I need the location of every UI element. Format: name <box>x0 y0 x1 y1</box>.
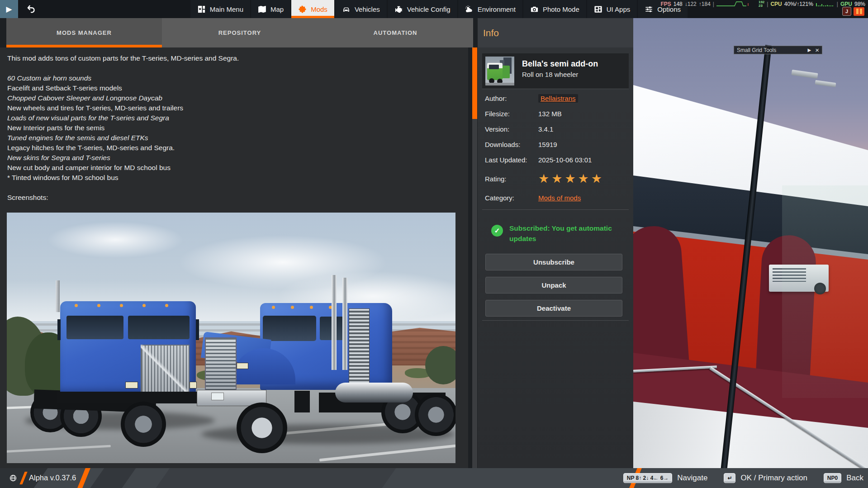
nav-label: Environment <box>478 5 516 13</box>
roof-light <box>272 306 275 309</box>
navigate-hint-label: Navigate <box>677 474 707 483</box>
description-intro: This mod adds tons of custom parts for t… <box>7 53 239 63</box>
tab-label: REPOSITORY <box>218 29 261 36</box>
play-button[interactable]: ▶ <box>0 0 18 18</box>
nav-item-vehicles[interactable]: Vehicles <box>335 0 387 18</box>
detail-row-last-updated: Last Updated: 2025-10-06 03:01 <box>485 155 628 164</box>
nav-label: Photo Mode <box>543 5 579 13</box>
engine-icon <box>394 5 403 14</box>
nav-label: Mods <box>311 5 327 13</box>
detail-value: 132 MB <box>538 110 562 118</box>
detail-value: 2025-10-06 03:01 <box>538 156 592 164</box>
detail-row-downloads: Downloads: 15919 <box>485 140 628 149</box>
window-close-button[interactable]: × <box>815 46 819 54</box>
cpu-value: 40%/↑121% <box>784 1 813 7</box>
windshield-glass-tint <box>782 185 868 398</box>
footer-shadow-streak <box>90 468 136 488</box>
feature-line: Facelift and Setback T-series models <box>7 83 239 93</box>
play-icon: ▶ <box>6 5 12 14</box>
camera-icon <box>530 5 539 14</box>
thumb-windshield <box>489 65 499 69</box>
fps-graph-range: 19223 <box>759 0 764 8</box>
back-hint-label: Back <box>846 474 863 483</box>
mod-subtitle: Roll on 18 wheeler <box>522 71 598 78</box>
deactivate-button[interactable]: Deactivate <box>485 300 622 317</box>
sliders-icon <box>645 5 653 14</box>
game-3d-viewport[interactable]: Small Grid Tools ▶ × <box>633 18 868 468</box>
unsubscribe-button[interactable]: Unsubscribe <box>485 254 622 270</box>
mods-scrollbar-track[interactable] <box>472 47 477 468</box>
cpu-bars <box>816 1 835 7</box>
joystick-key-button[interactable]: J <box>842 7 851 16</box>
grille-stripe <box>141 345 188 392</box>
cpu-label: CPU <box>770 1 782 7</box>
nav-item-photo-mode[interactable]: Photo Mode <box>523 0 586 18</box>
category-link[interactable]: Mods of mods <box>538 194 581 202</box>
bottom-status-bar: Alpha v.0.37.6 NP 8↑ 2↓ 4← 6→ Navigate ↵… <box>0 468 868 488</box>
gpu-label: GPU <box>840 1 852 7</box>
tab-label: MODS MANAGER <box>57 29 112 36</box>
tab-repository[interactable]: REPOSITORY <box>162 18 318 47</box>
mod-action-buttons: Unsubscribe Unpack Deactivate <box>485 254 622 317</box>
undo-button[interactable] <box>19 0 43 18</box>
feature-line: Chopped Cabover Sleeper and Longnose Day… <box>7 93 239 103</box>
nav-item-mods[interactable]: Mods <box>291 0 334 18</box>
roof-light <box>75 304 78 307</box>
feature-line: * Tinted windows for MD school bus <box>7 173 239 183</box>
feature-line: New wheels and tires for T-series, MD-se… <box>7 103 239 113</box>
car-icon <box>342 5 351 14</box>
unpack-button[interactable]: Unpack <box>485 277 622 294</box>
screenshots-label: Screenshots: <box>7 193 239 203</box>
wheel <box>121 402 166 447</box>
mod-name: Bella's semi add-on <box>522 59 598 69</box>
performance-stats: FPS 148 ↓122 ↑184 | 19223 | CPU 40%/↑121… <box>660 0 865 8</box>
windshield <box>128 316 190 339</box>
window-play-button[interactable]: ▶ <box>808 47 811 52</box>
exhaust-stack <box>342 278 347 370</box>
mods-tab-bar: MODS MANAGER REPOSITORY AUTOMATION <box>6 18 473 47</box>
license-plate <box>211 393 224 400</box>
detail-label: Downloads: <box>485 141 538 148</box>
author-link[interactable]: Bellaistrans <box>538 94 578 103</box>
footer-shadow-streak <box>156 468 396 488</box>
windshield <box>263 316 316 341</box>
nav-item-main-menu[interactable]: Main Menu <box>190 0 250 18</box>
detail-row-filesize: Filesize: 132 MB <box>485 109 628 118</box>
nav-item-map[interactable]: Map <box>251 0 290 18</box>
mods-scrollbar-thumb[interactable] <box>472 47 477 119</box>
nav-item-ui-apps[interactable]: UI Apps <box>587 0 637 18</box>
mirror <box>57 319 61 340</box>
game-version: Alpha v.0.37.6 <box>29 474 76 482</box>
mod-heading: Bella's semi add-on Roll on 18 wheeler <box>517 53 598 89</box>
mod-description-panel: This mod adds tons of custom parts for t… <box>0 47 468 468</box>
tab-automation[interactable]: AUTOMATION <box>318 18 473 47</box>
feature-line: Legacy hitches for the T-series, MD-seri… <box>7 143 239 153</box>
feature-line: Tuned engines for the semis and diesel E… <box>7 133 239 143</box>
nav-label: Map <box>270 5 284 13</box>
mirror <box>196 319 199 340</box>
detail-label: Version: <box>485 125 538 133</box>
fps-label: FPS <box>660 1 671 7</box>
fps-graph <box>716 1 756 7</box>
divider <box>482 209 629 210</box>
small-grid-tools-window[interactable]: Small Grid Tools ▶ × <box>734 46 822 54</box>
feature-line: Loads of new visual parts for the T-seri… <box>7 113 239 123</box>
info-title: Info <box>483 28 499 38</box>
nav-item-environment[interactable]: Environment <box>458 0 522 18</box>
pause-physics-button[interactable] <box>854 7 864 16</box>
map-icon <box>258 5 266 14</box>
nav-label: UI Apps <box>607 5 631 13</box>
feature-line: New skins for Segra and T-series <box>7 153 239 163</box>
subscription-message: Subscribed: You get automatic updates <box>509 223 620 244</box>
nav-label: Vehicle Config <box>407 5 451 13</box>
detail-row-category: Category: Mods of mods <box>485 193 628 202</box>
sun-cloud-icon <box>465 5 474 14</box>
np0-keycap: NP0 <box>824 473 841 483</box>
detail-value: 3.4.1 <box>538 125 553 133</box>
tab-mods-manager[interactable]: MODS MANAGER <box>6 18 162 47</box>
front-grille <box>205 337 237 393</box>
headache-rack <box>349 308 370 387</box>
chrome-hinge <box>791 70 818 79</box>
nav-item-vehicle-config[interactable]: Vehicle Config <box>388 0 457 18</box>
exhaust-stack <box>56 280 60 312</box>
